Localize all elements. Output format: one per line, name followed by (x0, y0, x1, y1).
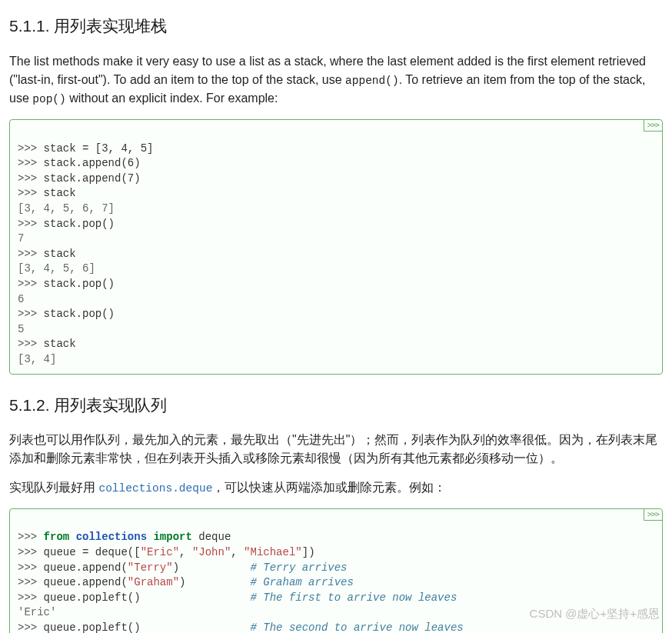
padding (179, 561, 250, 574)
string-literal: "Terry" (128, 561, 173, 574)
section-512-paragraph-2: 实现队列最好用 collections.deque，可以快速从两端添加或删除元素… (9, 478, 663, 498)
repl-prompt: >>> (18, 591, 44, 604)
repl-prompt: >>> (18, 142, 44, 155)
code-output: [3, 4, 5, 6, 7] (18, 202, 115, 215)
repl-prompt: >>> (18, 546, 44, 558)
code-line: stack (44, 248, 76, 260)
code-fragment: ]) (302, 546, 315, 558)
repl-prompt: >>> (18, 248, 44, 260)
code-line: stack (44, 187, 76, 199)
code-line: stack.pop() (44, 308, 115, 320)
repl-prompt: >>> (18, 308, 44, 320)
text-fragment: 实现队列最好用 (9, 481, 98, 494)
string-literal: "Eric" (141, 546, 179, 558)
code-fragment: queue.popleft() (44, 621, 141, 633)
code-block-stack: >>>>>> stack = [3, 4, 5] >>> stack.appen… (9, 119, 663, 375)
string-literal: "Graham" (128, 576, 179, 588)
code-output: 7 (18, 232, 24, 245)
code-line: stack = [3, 4, 5] (44, 142, 154, 155)
section-512-paragraph-1: 列表也可以用作队列，最先加入的元素，最先取出（"先进先出"）；然而，列表作为队列… (9, 431, 663, 468)
copy-button[interactable]: >>> (644, 508, 663, 521)
code-output: [3, 4] (18, 353, 56, 365)
padding (141, 591, 251, 604)
code-comment: # The second to arrive now leaves (250, 621, 463, 633)
repl-prompt: >>> (18, 172, 44, 185)
keyword-import: import (153, 531, 191, 543)
code-output: [3, 4, 5, 6] (18, 262, 95, 275)
repl-prompt: >>> (18, 157, 44, 169)
code-line: stack (44, 338, 76, 350)
code-comment: # Graham arrives (250, 576, 353, 588)
text-fragment: ，可以快速从两端添加或删除元素。例如： (212, 481, 446, 494)
code-fragment: , (179, 546, 192, 558)
padding (185, 576, 250, 588)
repl-prompt: >>> (18, 576, 44, 588)
section-511-paragraph: The list methods make it very easy to us… (9, 52, 663, 109)
code-line: stack.append(6) (44, 157, 141, 169)
code-block-queue: >>>>>> from collections import deque >>>… (9, 508, 663, 633)
repl-prompt: >>> (18, 338, 44, 350)
keyword-from: from (44, 531, 70, 543)
padding (141, 621, 251, 633)
code-comment: # Terry arrives (250, 561, 347, 574)
repl-prompt: >>> (18, 531, 44, 543)
code-fragment: queue.append( (44, 561, 128, 574)
code-fragment: queue.popleft() (44, 591, 141, 604)
link-collections-deque[interactable]: collections.deque (98, 482, 212, 495)
string-literal: "Michael" (244, 546, 302, 558)
section-heading-512: 5.1.2. 用列表实现队列 (9, 393, 663, 418)
module-name: collections (76, 531, 147, 543)
code-fragment: queue.append( (44, 576, 128, 588)
code-line: stack.append(7) (44, 172, 141, 185)
inline-code-append: append() (345, 75, 399, 87)
repl-prompt: >>> (18, 561, 44, 574)
code-output: 6 (18, 293, 24, 305)
repl-prompt: >>> (18, 278, 44, 290)
code-fragment: ) (173, 561, 179, 574)
code-line: stack.pop() (44, 218, 115, 230)
copy-button[interactable]: >>> (644, 119, 663, 132)
string-literal: "John" (192, 546, 231, 558)
code-fragment: , (231, 546, 244, 558)
repl-prompt: >>> (18, 218, 44, 230)
code-output: 5 (18, 323, 24, 335)
code-output: 'Eric' (18, 606, 56, 618)
repl-prompt: >>> (18, 187, 44, 199)
inline-code-pop: pop() (32, 93, 66, 105)
code-line: stack.pop() (44, 278, 115, 290)
code-comment: # The first to arrive now leaves (250, 591, 457, 604)
import-target: deque (192, 531, 231, 543)
section-heading-511: 5.1.1. 用列表实现堆栈 (9, 14, 663, 38)
text-fragment: without an explicit index. For example: (66, 92, 278, 105)
code-fragment: queue = deque([ (44, 546, 141, 558)
repl-prompt: >>> (18, 621, 44, 633)
